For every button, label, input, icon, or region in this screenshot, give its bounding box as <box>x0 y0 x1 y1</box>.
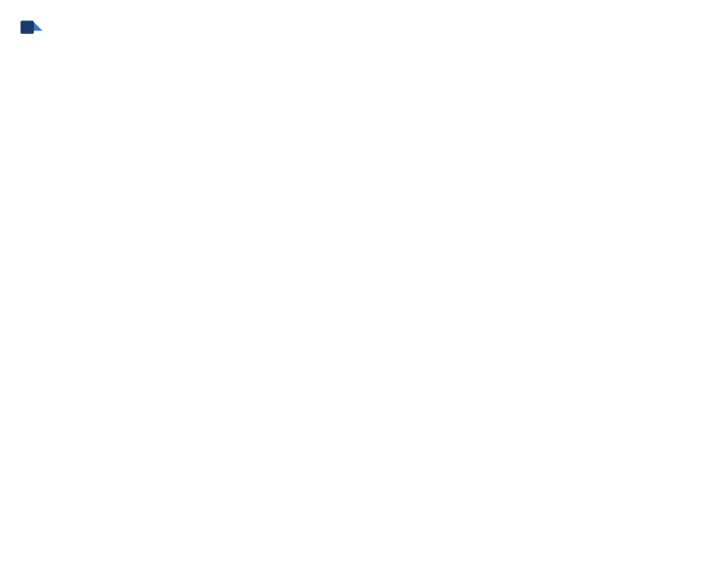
svg-marker-0 <box>32 20 42 30</box>
logo <box>15 15 48 44</box>
svg-rect-1 <box>20 20 33 33</box>
logo-icon <box>15 15 44 44</box>
page-header <box>15 15 713 44</box>
